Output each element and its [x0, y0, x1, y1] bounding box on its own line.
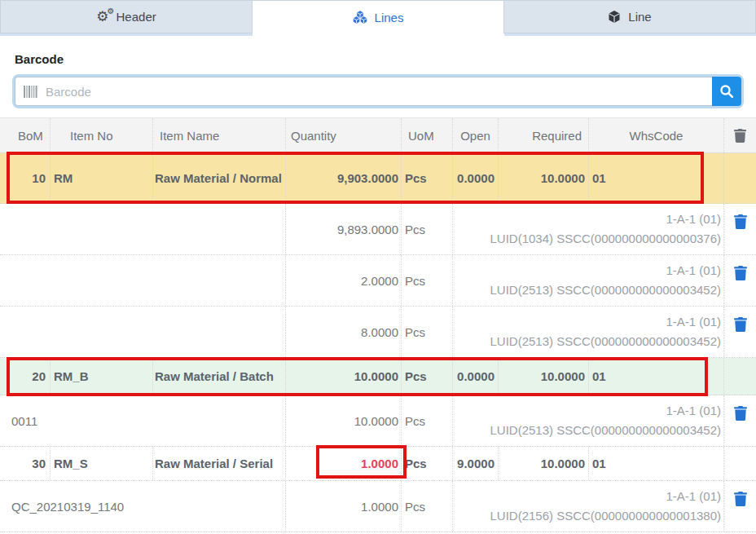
col-header-bom: BoM	[0, 118, 51, 152]
lines-table: BoM Item No Item Name Quantity UoM Open …	[0, 117, 756, 532]
cell-bom: 20	[0, 358, 51, 395]
col-header-whs-code: WhsCode	[589, 118, 724, 152]
col-header-quantity: Quantity	[286, 118, 402, 152]
search-icon	[719, 84, 734, 99]
barcode-input-group	[15, 77, 741, 106]
cell-uom: Pcs	[402, 481, 453, 532]
table-row[interactable]: 20 RM_B Raw Material / Batch 10.0000 Pcs…	[0, 358, 756, 395]
tab-line[interactable]: Line	[504, 0, 756, 33]
cell-item-name: Raw Material / Normal	[153, 153, 286, 203]
delete-row-button[interactable]	[734, 214, 747, 229]
trash-icon	[734, 129, 746, 143]
cell-quantity: 9,903.0000	[286, 153, 402, 203]
cell-delete	[724, 204, 756, 254]
table-row[interactable]: 2.0000 Pcs 1-A-1 (01) LUID(2513) SSCC(00…	[0, 255, 756, 307]
pack-info: LUID(1034) SSCC(000000000000000376)	[490, 229, 721, 249]
tab-line-label: Line	[628, 10, 651, 24]
trash-icon	[734, 492, 747, 506]
col-header-item-name: Item Name	[153, 118, 286, 152]
delete-row-button[interactable]	[734, 406, 747, 421]
table-row[interactable]: 9,893.0000 Pcs 1-A-1 (01) LUID(1034) SSC…	[0, 204, 756, 255]
cell-uom: Pcs	[402, 204, 453, 254]
table-row[interactable]: 8.0000 Pcs 1-A-1 (01) LUID(2513) SSCC(00…	[0, 307, 756, 358]
tab-header[interactable]: ⚙⚙ Header	[0, 0, 253, 33]
cell-whs-code: 01	[589, 447, 724, 480]
tab-lines[interactable]: Lines	[253, 0, 504, 33]
cell-required: 10.0000	[499, 447, 589, 480]
table-row[interactable]: 30 RM_S Raw Material / Serial 1.0000 Pcs…	[0, 447, 756, 481]
bin-location: 1-A-1 (01)	[666, 401, 721, 421]
cell-delete	[724, 307, 756, 357]
delete-row-button[interactable]	[734, 266, 747, 280]
cell-delete-empty	[724, 153, 756, 203]
trash-icon	[734, 317, 747, 332]
bin-location: 1-A-1 (01)	[666, 312, 721, 332]
trash-icon	[734, 406, 747, 421]
col-header-required: Required	[499, 118, 589, 152]
cell-quantity: 8.0000	[286, 307, 402, 357]
cell-uom: Pcs	[402, 447, 453, 480]
tab-bar: ⚙⚙ Header Lines	[0, 0, 756, 36]
barcode-input[interactable]	[46, 77, 712, 105]
trash-icon	[734, 266, 747, 280]
pack-info: LUID(2513) SSCC(000000000000003452)	[490, 280, 721, 300]
cell-bin-pack: 1-A-1 (01) LUID(1034) SSCC(0000000000000…	[453, 204, 724, 254]
cell-quantity: 10.0000	[286, 395, 402, 446]
cell-open: 0.0000	[453, 358, 499, 395]
trash-icon	[734, 214, 747, 229]
cell-item-no: RM	[51, 153, 153, 203]
cell-quantity: 1.0000	[286, 481, 402, 532]
delete-row-button[interactable]	[734, 492, 747, 506]
cell-uom: Pcs	[402, 255, 453, 306]
cogs-icon: ⚙⚙	[96, 10, 108, 24]
barcode-input-wrap	[15, 77, 712, 106]
col-header-open: Open	[453, 118, 499, 152]
pack-info: LUID(2513) SSCC(000000000000003452)	[490, 421, 721, 440]
bin-location: 1-A-1 (01)	[666, 261, 721, 280]
tab-header-label: Header	[116, 10, 156, 24]
bin-location: 1-A-1 (01)	[666, 487, 721, 506]
cell-uom: Pcs	[402, 153, 453, 203]
cell-ref	[0, 255, 286, 306]
cell-ref	[0, 307, 286, 357]
table-row[interactable]: 0011 10.0000 Pcs 1-A-1 (01) LUID(2513) S…	[0, 395, 756, 447]
col-header-delete[interactable]	[724, 118, 756, 152]
cell-quantity: 9,893.0000	[286, 204, 402, 254]
cell-required: 10.0000	[499, 358, 589, 395]
barcode-label: Barcode	[15, 52, 741, 66]
cell-uom: Pcs	[402, 358, 453, 395]
table-row[interactable]: QC_20210319_1140 1.0000 Pcs 1-A-1 (01) L…	[0, 481, 756, 532]
cell-open: 9.0000	[453, 447, 499, 480]
cell-bom: 30	[0, 447, 51, 480]
cell-whs-code: 01	[589, 358, 724, 395]
cell-delete-empty	[724, 358, 756, 395]
cell-bin-pack: 1-A-1 (01) LUID(2156) SSCC(0000000000000…	[453, 481, 724, 532]
cell-quantity: 2.0000	[286, 255, 402, 306]
col-header-item-no: Item No	[51, 118, 153, 152]
barcode-icon	[24, 86, 38, 98]
table-row[interactable]: 10 RM Raw Material / Normal 9,903.0000 P…	[0, 153, 756, 204]
delete-row-button[interactable]	[734, 317, 747, 332]
cube-icon	[608, 10, 621, 24]
cell-whs-code: 01	[589, 153, 724, 203]
cell-ref: 0011	[0, 395, 286, 446]
cell-open: 0.0000	[453, 153, 499, 203]
cell-required: 10.0000	[499, 153, 589, 203]
pack-info: LUID(2513) SSCC(000000000000003452)	[490, 332, 721, 351]
cell-ref	[0, 204, 286, 254]
cell-item-no: RM_S	[51, 447, 153, 480]
table-header-row: BoM Item No Item Name Quantity UoM Open …	[0, 117, 756, 153]
cell-bin-pack: 1-A-1 (01) LUID(2513) SSCC(0000000000000…	[453, 255, 724, 306]
cell-delete	[724, 395, 756, 446]
cell-bin-pack: 1-A-1 (01) LUID(2513) SSCC(0000000000000…	[453, 307, 724, 357]
cell-delete	[724, 255, 756, 306]
cubes-icon	[353, 11, 367, 24]
pack-info: LUID(2156) SSCC(000000000000001380)	[490, 506, 721, 526]
cell-item-no: RM_B	[51, 358, 153, 395]
cell-bom: 10	[0, 153, 51, 203]
cell-uom: Pcs	[402, 307, 453, 357]
cell-delete	[724, 481, 756, 532]
cell-uom: Pcs	[402, 395, 453, 446]
search-button[interactable]	[712, 77, 741, 106]
cell-ref: QC_20210319_1140	[0, 481, 286, 532]
